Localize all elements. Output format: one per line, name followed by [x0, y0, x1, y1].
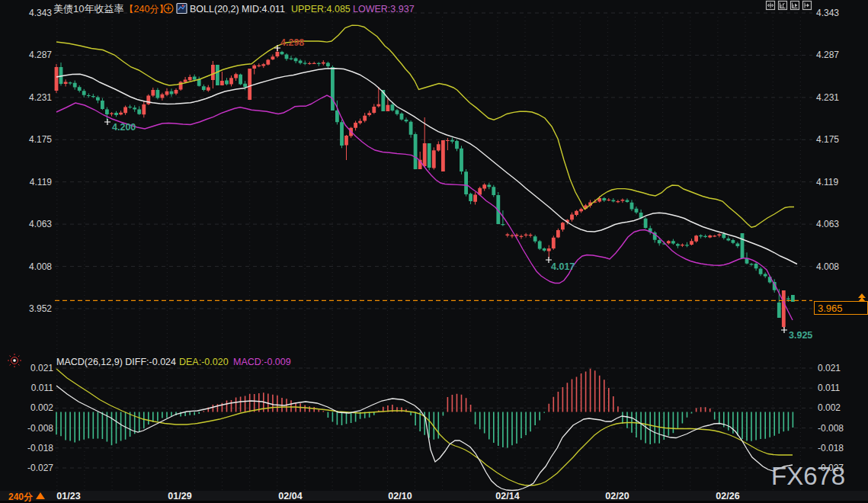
svg-text:-0.008: -0.008	[818, 423, 844, 434]
svg-text:01/29: 01/29	[168, 491, 191, 501]
svg-text:02/04: 02/04	[278, 491, 302, 501]
svg-text:4.287: 4.287	[816, 50, 839, 60]
svg-text:LOWER:3.937: LOWER:3.937	[353, 4, 415, 14]
svg-text:02/26: 02/26	[716, 491, 739, 501]
svg-text:-0.027: -0.027	[27, 463, 53, 473]
svg-text:4.119: 4.119	[816, 177, 838, 187]
svg-text:4.008: 4.008	[816, 261, 839, 272]
svg-text:01/23: 01/23	[56, 491, 80, 501]
svg-text:02/14: 02/14	[495, 491, 519, 501]
svg-text:4.017: 4.017	[551, 261, 575, 272]
svg-text:4.231: 4.231	[816, 92, 839, 103]
svg-text:4.119: 4.119	[30, 177, 52, 187]
svg-text:-0.018: -0.018	[27, 443, 53, 453]
svg-text:4.175: 4.175	[816, 134, 839, 145]
svg-text:MACD(26,12,9) DIFF:-0.024: MACD(26,12,9) DIFF:-0.024	[56, 357, 176, 367]
svg-text:UPPER:4.085: UPPER:4.085	[291, 4, 351, 14]
svg-text:3.952: 3.952	[29, 303, 52, 314]
svg-text:MACD:-0.009: MACD:-0.009	[233, 357, 291, 367]
svg-text:4.063: 4.063	[816, 219, 839, 229]
svg-text:3.925: 3.925	[789, 330, 812, 341]
svg-text:4.175: 4.175	[29, 134, 52, 145]
svg-text:4.063: 4.063	[29, 219, 52, 229]
svg-text:240分: 240分	[8, 492, 34, 502]
svg-text:FX678: FX678	[771, 462, 845, 490]
svg-text:4.287: 4.287	[29, 50, 52, 60]
svg-text:美债10年收益率: 美债10年收益率	[53, 3, 123, 14]
svg-text:0.002: 0.002	[30, 402, 53, 413]
svg-text:02/10: 02/10	[388, 491, 412, 501]
svg-text:-0.018: -0.018	[818, 443, 844, 453]
svg-text:0.021: 0.021	[818, 363, 841, 373]
svg-text:BOLL(20,2) MID:4.011: BOLL(20,2) MID:4.011	[190, 4, 285, 14]
svg-text:0.021: 0.021	[30, 363, 53, 373]
svg-text:4.231: 4.231	[29, 92, 52, 103]
svg-text:02/20: 02/20	[605, 491, 629, 501]
svg-text:4.343: 4.343	[816, 8, 839, 18]
svg-text:【240分】: 【240分】	[124, 4, 168, 14]
svg-text:DEA:-0.020: DEA:-0.020	[179, 357, 229, 367]
svg-text:4.008: 4.008	[29, 261, 52, 272]
svg-text:3.965: 3.965	[818, 303, 843, 314]
svg-text:4.343: 4.343	[29, 8, 52, 18]
svg-text:0.011: 0.011	[818, 383, 840, 393]
svg-text:0.002: 0.002	[818, 402, 841, 413]
svg-text:4.298: 4.298	[280, 37, 304, 48]
svg-text:0.011: 0.011	[31, 383, 53, 393]
svg-text:4.200: 4.200	[112, 122, 136, 133]
svg-text:-0.008: -0.008	[27, 423, 53, 434]
